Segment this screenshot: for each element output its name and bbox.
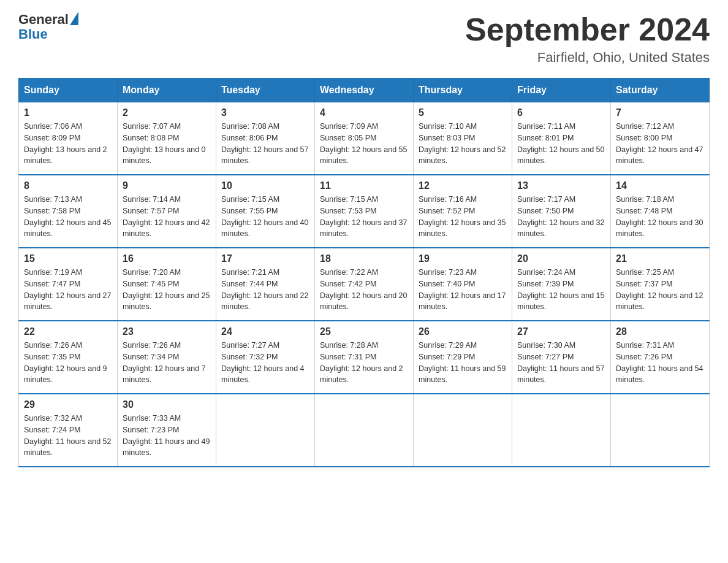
- calendar-cell: 18Sunrise: 7:22 AMSunset: 7:42 PMDayligh…: [315, 248, 414, 321]
- day-info: Sunrise: 7:33 AMSunset: 7:23 PMDaylight:…: [123, 413, 211, 459]
- week-row-1: 1Sunrise: 7:06 AMSunset: 8:09 PMDaylight…: [19, 102, 710, 175]
- day-number: 14: [616, 180, 704, 191]
- day-number: 20: [517, 253, 605, 264]
- day-info: Sunrise: 7:19 AMSunset: 7:47 PMDaylight:…: [24, 267, 112, 313]
- day-info: Sunrise: 7:14 AMSunset: 7:57 PMDaylight:…: [123, 194, 211, 240]
- calendar-cell: 16Sunrise: 7:20 AMSunset: 7:45 PMDayligh…: [118, 248, 216, 321]
- day-number: 12: [419, 180, 507, 191]
- day-number: 13: [517, 180, 605, 191]
- day-number: 19: [419, 253, 507, 264]
- day-number: 15: [24, 253, 112, 264]
- logo-blue-text: Blue: [18, 27, 78, 42]
- day-number: 11: [320, 180, 408, 191]
- day-number: 27: [517, 326, 605, 337]
- calendar-cell: 9Sunrise: 7:14 AMSunset: 7:57 PMDaylight…: [118, 175, 216, 248]
- day-number: 4: [320, 107, 408, 118]
- day-info: Sunrise: 7:18 AMSunset: 7:48 PMDaylight:…: [616, 194, 704, 240]
- calendar-cell: 27Sunrise: 7:30 AMSunset: 7:27 PMDayligh…: [512, 321, 611, 394]
- week-row-2: 8Sunrise: 7:13 AMSunset: 7:58 PMDaylight…: [19, 175, 710, 248]
- calendar-cell: 26Sunrise: 7:29 AMSunset: 7:29 PMDayligh…: [414, 321, 512, 394]
- day-info: Sunrise: 7:23 AMSunset: 7:40 PMDaylight:…: [419, 267, 507, 313]
- calendar-header: SundayMondayTuesdayWednesdayThursdayFrid…: [19, 79, 710, 102]
- week-row-4: 22Sunrise: 7:26 AMSunset: 7:35 PMDayligh…: [19, 321, 710, 394]
- day-number: 18: [320, 253, 408, 264]
- day-number: 10: [221, 180, 309, 191]
- day-info: Sunrise: 7:10 AMSunset: 8:03 PMDaylight:…: [419, 121, 507, 167]
- column-header-sunday: Sunday: [19, 79, 118, 102]
- day-number: 23: [123, 326, 211, 337]
- day-number: 21: [616, 253, 704, 264]
- day-info: Sunrise: 7:30 AMSunset: 7:27 PMDaylight:…: [517, 340, 605, 386]
- day-info: Sunrise: 7:25 AMSunset: 7:37 PMDaylight:…: [616, 267, 704, 313]
- calendar-cell: 4Sunrise: 7:09 AMSunset: 8:05 PMDaylight…: [315, 102, 414, 175]
- calendar-cell: [216, 394, 315, 467]
- day-number: 26: [419, 326, 507, 337]
- day-info: Sunrise: 7:15 AMSunset: 7:53 PMDaylight:…: [320, 194, 408, 240]
- calendar-table: SundayMondayTuesdayWednesdayThursdayFrid…: [18, 78, 710, 467]
- day-info: Sunrise: 7:22 AMSunset: 7:42 PMDaylight:…: [320, 267, 408, 313]
- calendar-cell: 30Sunrise: 7:33 AMSunset: 7:23 PMDayligh…: [118, 394, 216, 467]
- day-info: Sunrise: 7:16 AMSunset: 7:52 PMDaylight:…: [419, 194, 507, 240]
- calendar-cell: 15Sunrise: 7:19 AMSunset: 7:47 PMDayligh…: [19, 248, 118, 321]
- day-info: Sunrise: 7:07 AMSunset: 8:08 PMDaylight:…: [123, 121, 211, 167]
- calendar-cell: 21Sunrise: 7:25 AMSunset: 7:37 PMDayligh…: [611, 248, 710, 321]
- day-info: Sunrise: 7:28 AMSunset: 7:31 PMDaylight:…: [320, 340, 408, 386]
- day-number: 24: [221, 326, 309, 337]
- calendar-cell: [512, 394, 611, 467]
- logo-general-text: General: [18, 12, 69, 27]
- month-title: September 2024: [465, 12, 710, 47]
- day-number: 5: [419, 107, 507, 118]
- day-number: 17: [221, 253, 309, 264]
- day-info: Sunrise: 7:32 AMSunset: 7:24 PMDaylight:…: [24, 413, 112, 459]
- day-info: Sunrise: 7:12 AMSunset: 8:00 PMDaylight:…: [616, 121, 704, 167]
- column-header-monday: Monday: [118, 79, 216, 102]
- day-info: Sunrise: 7:31 AMSunset: 7:26 PMDaylight:…: [616, 340, 704, 386]
- calendar-cell: 3Sunrise: 7:08 AMSunset: 8:06 PMDaylight…: [216, 102, 315, 175]
- calendar-cell: [414, 394, 512, 467]
- calendar-cell: 6Sunrise: 7:11 AMSunset: 8:01 PMDaylight…: [512, 102, 611, 175]
- day-info: Sunrise: 7:27 AMSunset: 7:32 PMDaylight:…: [221, 340, 309, 386]
- day-info: Sunrise: 7:29 AMSunset: 7:29 PMDaylight:…: [419, 340, 507, 386]
- calendar-body: 1Sunrise: 7:06 AMSunset: 8:09 PMDaylight…: [19, 102, 710, 467]
- calendar-cell: 12Sunrise: 7:16 AMSunset: 7:52 PMDayligh…: [414, 175, 512, 248]
- day-number: 6: [517, 107, 605, 118]
- calendar-cell: 29Sunrise: 7:32 AMSunset: 7:24 PMDayligh…: [19, 394, 118, 467]
- calendar-cell: 2Sunrise: 7:07 AMSunset: 8:08 PMDaylight…: [118, 102, 216, 175]
- calendar-cell: 8Sunrise: 7:13 AMSunset: 7:58 PMDaylight…: [19, 175, 118, 248]
- calendar-cell: 25Sunrise: 7:28 AMSunset: 7:31 PMDayligh…: [315, 321, 414, 394]
- calendar-cell: 11Sunrise: 7:15 AMSunset: 7:53 PMDayligh…: [315, 175, 414, 248]
- calendar-cell: 10Sunrise: 7:15 AMSunset: 7:55 PMDayligh…: [216, 175, 315, 248]
- calendar-cell: 22Sunrise: 7:26 AMSunset: 7:35 PMDayligh…: [19, 321, 118, 394]
- day-info: Sunrise: 7:08 AMSunset: 8:06 PMDaylight:…: [221, 121, 309, 167]
- column-header-friday: Friday: [512, 79, 611, 102]
- week-row-5: 29Sunrise: 7:32 AMSunset: 7:24 PMDayligh…: [19, 394, 710, 467]
- calendar-cell: 1Sunrise: 7:06 AMSunset: 8:09 PMDaylight…: [19, 102, 118, 175]
- day-info: Sunrise: 7:17 AMSunset: 7:50 PMDaylight:…: [517, 194, 605, 240]
- calendar-cell: 17Sunrise: 7:21 AMSunset: 7:44 PMDayligh…: [216, 248, 315, 321]
- day-info: Sunrise: 7:26 AMSunset: 7:34 PMDaylight:…: [123, 340, 211, 386]
- day-number: 25: [320, 326, 408, 337]
- logo-triangle-icon: [70, 12, 78, 25]
- day-number: 7: [616, 107, 704, 118]
- column-header-wednesday: Wednesday: [315, 79, 414, 102]
- day-number: 8: [24, 180, 112, 191]
- day-number: 2: [123, 107, 211, 118]
- day-number: 29: [24, 399, 112, 410]
- calendar-cell: 5Sunrise: 7:10 AMSunset: 8:03 PMDaylight…: [414, 102, 512, 175]
- day-info: Sunrise: 7:24 AMSunset: 7:39 PMDaylight:…: [517, 267, 605, 313]
- day-info: Sunrise: 7:06 AMSunset: 8:09 PMDaylight:…: [24, 121, 112, 167]
- day-number: 9: [123, 180, 211, 191]
- calendar-cell: 19Sunrise: 7:23 AMSunset: 7:40 PMDayligh…: [414, 248, 512, 321]
- day-number: 3: [221, 107, 309, 118]
- day-info: Sunrise: 7:26 AMSunset: 7:35 PMDaylight:…: [24, 340, 112, 386]
- calendar-cell: 14Sunrise: 7:18 AMSunset: 7:48 PMDayligh…: [611, 175, 710, 248]
- page-header: General Blue September 2024 Fairfield, O…: [18, 12, 710, 66]
- week-row-3: 15Sunrise: 7:19 AMSunset: 7:47 PMDayligh…: [19, 248, 710, 321]
- day-info: Sunrise: 7:21 AMSunset: 7:44 PMDaylight:…: [221, 267, 309, 313]
- column-header-thursday: Thursday: [414, 79, 512, 102]
- title-block: September 2024 Fairfield, Ohio, United S…: [465, 12, 710, 66]
- logo: General Blue: [18, 12, 78, 42]
- calendar-cell: [315, 394, 414, 467]
- calendar-cell: 24Sunrise: 7:27 AMSunset: 7:32 PMDayligh…: [216, 321, 315, 394]
- location-subtitle: Fairfield, Ohio, United States: [465, 50, 710, 66]
